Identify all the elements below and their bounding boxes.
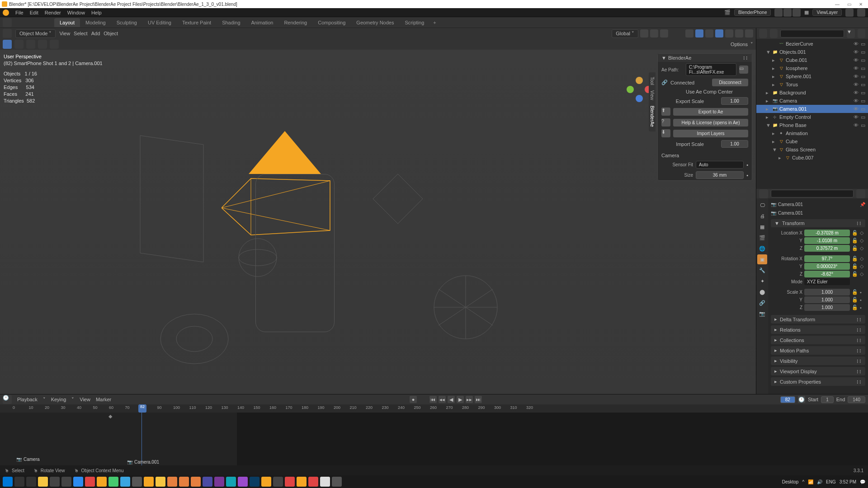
- keyframe-dot-icon[interactable]: ◇: [860, 230, 864, 236]
- tab-uv-editing[interactable]: UV Editing: [142, 18, 177, 27]
- search-icon[interactable]: [14, 477, 24, 487]
- keyframe-dot-icon[interactable]: •: [860, 305, 864, 310]
- transform-section-header[interactable]: ▼ Transform ⫶⫶: [771, 219, 865, 227]
- eye-icon[interactable]: 👁: [853, 98, 859, 104]
- pin-icon[interactable]: [774, 9, 783, 17]
- tab-data-icon[interactable]: 📷: [757, 309, 767, 319]
- app-icon[interactable]: [108, 477, 118, 487]
- play-reverse-icon[interactable]: ◀: [448, 396, 455, 403]
- tree-row[interactable]: ▸📷Camera.001👁▭: [756, 105, 868, 113]
- options-icon[interactable]: ⫶⫶: [856, 379, 862, 385]
- eye-icon[interactable]: 👁: [853, 122, 859, 128]
- options-icon[interactable]: ⫶⫶: [856, 338, 862, 343]
- export-icon[interactable]: ⬆: [661, 108, 670, 116]
- tree-row[interactable]: ▸✦Animation: [756, 129, 868, 137]
- new-viewlayer-icon[interactable]: [845, 9, 854, 17]
- app-icon[interactable]: [85, 477, 95, 487]
- track-camera[interactable]: 📷Camera: [14, 456, 42, 463]
- lock-icon[interactable]: 🔓: [852, 297, 858, 303]
- current-frame-input[interactable]: 82: [780, 396, 795, 403]
- options-icon[interactable]: ⫶⫶: [856, 348, 862, 353]
- lock-icon[interactable]: 🔓: [852, 256, 858, 262]
- disclosure-triangle-icon[interactable]: ▸: [772, 57, 777, 63]
- eye-icon[interactable]: 👁: [853, 41, 859, 47]
- autokey-icon[interactable]: ●: [410, 396, 417, 403]
- disclosure-triangle-icon[interactable]: ▸: [772, 66, 777, 71]
- tab-animation[interactable]: Animation: [246, 18, 279, 27]
- export-to-ae-button[interactable]: Export to Ae: [673, 108, 748, 116]
- tab-layout[interactable]: Layout: [54, 18, 80, 27]
- playback-menu[interactable]: Playback: [17, 397, 38, 402]
- cursor-tool-icon[interactable]: [14, 40, 24, 49]
- lang-indicator[interactable]: ENG: [826, 479, 836, 484]
- move-tool-icon[interactable]: [26, 40, 35, 49]
- tab-view[interactable]: View: [650, 90, 655, 100]
- perspective-toggle-icon[interactable]: [643, 149, 653, 159]
- mode-selector[interactable]: Object Mode ˅: [15, 29, 56, 38]
- lock-icon[interactable]: 🔓: [852, 289, 858, 295]
- axis-z-icon[interactable]: [636, 95, 643, 102]
- chevron-up-icon[interactable]: ^: [802, 479, 804, 484]
- ae-icon[interactable]: [203, 477, 212, 487]
- import-icon[interactable]: ⬇: [661, 129, 670, 137]
- props-search-input[interactable]: [771, 190, 854, 197]
- keyframe-dot-icon[interactable]: ◇: [860, 263, 864, 269]
- viewport-canvas[interactable]: User Perspective (82) SmartPhone Shot 1 …: [0, 50, 756, 394]
- tab-physics-icon[interactable]: ⬤: [757, 287, 767, 297]
- scale-y-input[interactable]: 1.000: [804, 296, 850, 303]
- next-keyframe-icon[interactable]: ▸▸: [466, 396, 473, 403]
- tab-output-icon[interactable]: 🖨: [757, 211, 767, 221]
- eye-icon[interactable]: 👁: [853, 66, 859, 71]
- vp-menu-add[interactable]: Add: [91, 31, 100, 36]
- restrict-icon[interactable]: ▭: [860, 106, 866, 112]
- disclosure-triangle-icon[interactable]: ▸: [766, 98, 770, 104]
- keyframe-dot-icon[interactable]: ◇: [860, 271, 864, 277]
- lock-icon[interactable]: 🔓: [852, 305, 858, 310]
- prev-keyframe-icon[interactable]: ◂◂: [439, 396, 446, 403]
- preview-range-icon[interactable]: 🕐: [798, 396, 805, 403]
- viewlayer-input[interactable]: ViewLayer: [812, 9, 842, 16]
- timeline-body[interactable]: ◆ 📷Camera 📷Camera.001: [0, 413, 868, 465]
- disclosure-triangle-icon[interactable]: ▸: [772, 139, 777, 145]
- app-icon[interactable]: [50, 477, 60, 487]
- menu-file[interactable]: File: [15, 10, 24, 15]
- end-frame-input[interactable]: 140: [848, 396, 865, 403]
- timeline-ruler[interactable]: 0102030405060708090100110120130140150160…: [0, 404, 868, 413]
- outliner-tree[interactable]: 〰BezierCurve👁▭▼📁Objects.001👁▭▸▽Cube.001👁…: [756, 39, 868, 189]
- import-scale-input[interactable]: 1.00: [721, 140, 748, 148]
- playhead[interactable]: 82: [138, 404, 146, 413]
- scale-tool-icon[interactable]: [50, 40, 59, 49]
- help-icon[interactable]: ?: [661, 118, 670, 127]
- delete-viewlayer-icon[interactable]: [857, 9, 865, 17]
- menu-help[interactable]: Help: [91, 10, 102, 15]
- location-y-input[interactable]: -1.0108 m: [804, 237, 850, 244]
- restrict-icon[interactable]: ▭: [860, 74, 866, 80]
- tree-row[interactable]: ▸▽Icosphere👁▭: [756, 64, 868, 72]
- menu-window[interactable]: Window: [67, 10, 85, 15]
- restrict-icon[interactable]: ▭: [860, 41, 866, 47]
- sensor-fit-select[interactable]: Auto: [696, 161, 744, 169]
- rotation-y-input[interactable]: 0.000023°: [804, 263, 850, 270]
- keyframe-dot-icon[interactable]: ◇: [860, 245, 864, 251]
- tab-object-icon[interactable]: ▣: [757, 254, 767, 264]
- scale-x-input[interactable]: 1.000: [804, 289, 850, 296]
- volume-icon[interactable]: 🔊: [817, 479, 822, 484]
- vp-menu-view[interactable]: View: [59, 31, 70, 36]
- app-icon[interactable]: [250, 477, 259, 487]
- overlay-toggle-icon[interactable]: [695, 29, 703, 38]
- display-mode-icon[interactable]: [770, 29, 778, 38]
- keyframe-dot-icon[interactable]: ◇: [860, 238, 864, 244]
- tree-row[interactable]: ▼▽Glass Screen: [756, 145, 868, 154]
- export-scale-input[interactable]: 1.00: [721, 97, 748, 105]
- tree-row[interactable]: ▸▽Cube: [756, 137, 868, 145]
- playhead-line[interactable]: [142, 413, 142, 465]
- tree-row[interactable]: ▸▽Sphere.001👁▭: [756, 72, 868, 80]
- rotation-mode-select[interactable]: XYZ Euler: [804, 278, 850, 285]
- tab-scene-icon[interactable]: 🎬: [757, 233, 767, 243]
- rotation-x-input[interactable]: 97.7°: [804, 255, 850, 262]
- scene-name-input[interactable]: BlenderPhone: [734, 9, 771, 16]
- pin-icon[interactable]: 📌: [860, 202, 865, 207]
- shading-solid-icon[interactable]: [725, 29, 733, 38]
- editor-type-icon[interactable]: [3, 18, 12, 27]
- app-icon[interactable]: [273, 477, 283, 487]
